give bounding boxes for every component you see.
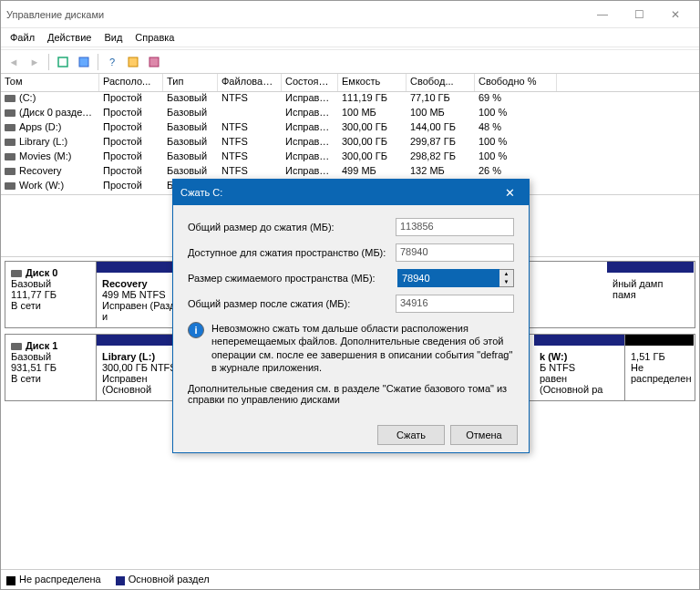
modal-overlay: Сжать C: ✕ Общий размер до сжатия (МБ): … [1, 1, 699, 589]
shrink-dialog: Сжать C: ✕ Общий размер до сжатия (МБ): … [172, 179, 530, 453]
avail-value: 78940 [396, 243, 514, 262]
shrink-button[interactable]: Сжать [377, 425, 445, 445]
info-text-2: Дополнительные сведения см. в разделе "С… [188, 383, 514, 405]
shrink-input[interactable] [397, 269, 499, 287]
avail-label: Доступное для сжатия пространство (МБ): [188, 247, 396, 258]
info-icon: i [188, 322, 204, 338]
dialog-titlebar[interactable]: Сжать C: ✕ [173, 180, 529, 205]
after-label: Общий размер после сжатия (МБ): [188, 298, 396, 309]
after-value: 34916 [396, 295, 514, 313]
before-value: 113856 [396, 218, 514, 236]
before-label: Общий размер до сжатия (МБ): [188, 222, 396, 233]
spinner-buttons[interactable]: ▲▼ [499, 269, 514, 287]
dialog-close-button[interactable]: ✕ [498, 181, 521, 204]
dialog-title: Сжать C: [180, 187, 498, 198]
shrink-label: Размер сжимаемого пространства (МБ): [188, 273, 397, 284]
info-text-1: Невозможно сжать том дальше области расп… [211, 322, 514, 374]
cancel-button[interactable]: Отмена [450, 425, 518, 445]
